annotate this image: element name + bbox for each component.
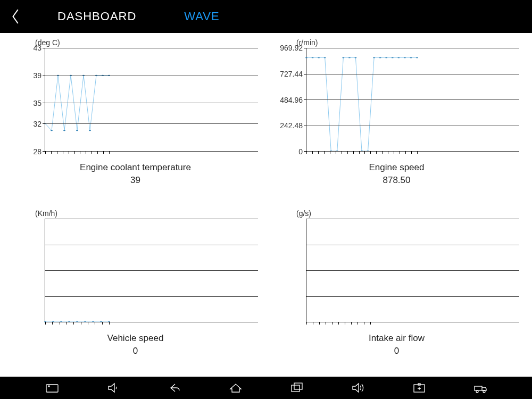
svg-rect-45: [475, 386, 482, 390]
back-icon[interactable]: [167, 380, 182, 395]
camera-icon[interactable]: [45, 380, 60, 395]
svg-rect-41: [292, 385, 300, 392]
svg-point-24: [385, 57, 387, 58]
chart-unit: (deg C): [35, 38, 258, 47]
charts-grid: (deg C) 2832353943 Engine coolant temper…: [0, 33, 532, 377]
svg-rect-39: [46, 385, 58, 392]
chart-title: Intake air flow: [274, 333, 519, 344]
chart-plot: [45, 219, 258, 322]
svg-point-5: [76, 130, 78, 131]
back-button[interactable]: [6, 7, 26, 26]
chart-intake-air: (g/s) Intake air flow 0: [274, 209, 519, 377]
chart-engine-speed: (r/min) 0242.48484.96727.44969.92 Engine…: [274, 38, 519, 206]
svg-point-14: [324, 57, 326, 58]
svg-point-47: [483, 390, 485, 393]
chart-title: Engine coolant temperature: [13, 162, 258, 173]
svg-point-26: [397, 57, 400, 58]
chart-plot: [306, 219, 519, 322]
tabs: DASHBOARD WAVE: [57, 10, 220, 23]
svg-rect-42: [294, 383, 302, 389]
chart-value: 39: [13, 175, 258, 186]
svg-point-13: [318, 57, 320, 58]
svg-point-12: [312, 57, 314, 58]
svg-point-3: [63, 130, 65, 131]
home-icon[interactable]: [228, 380, 243, 395]
vehicle-icon[interactable]: [473, 380, 488, 395]
chart-value: 878.50: [274, 175, 519, 186]
chart-value: 0: [13, 346, 258, 356]
tab-wave[interactable]: WAVE: [184, 10, 219, 23]
add-panel-icon[interactable]: [412, 380, 427, 395]
chart-plot: [306, 48, 519, 152]
y-axis-labels: 2832353943: [13, 48, 45, 152]
nav-bar: [0, 377, 532, 399]
chart-value: 0: [274, 346, 519, 356]
svg-point-23: [379, 57, 381, 58]
chart-unit: (g/s): [296, 209, 519, 218]
y-axis-labels: [13, 219, 45, 322]
recent-apps-icon[interactable]: [289, 380, 304, 395]
svg-point-29: [416, 57, 418, 58]
svg-point-17: [342, 57, 344, 58]
y-axis-labels: [274, 219, 306, 322]
svg-point-25: [392, 57, 394, 58]
chart-title: Vehicle speed: [13, 333, 258, 344]
svg-point-40: [48, 386, 49, 387]
chart-plot: [45, 48, 258, 152]
tab-dashboard[interactable]: DASHBOARD: [57, 10, 136, 23]
svg-point-27: [404, 57, 406, 58]
svg-point-19: [354, 57, 356, 58]
svg-point-28: [410, 57, 412, 58]
svg-point-7: [89, 130, 91, 131]
chart-coolant-temp: (deg C) 2832353943 Engine coolant temper…: [13, 38, 258, 206]
chart-vehicle-speed: (Km/h) Vehicle speed 0: [13, 209, 258, 377]
svg-point-11: [305, 57, 307, 58]
svg-point-22: [373, 57, 375, 58]
volume-down-icon[interactable]: [106, 380, 121, 395]
svg-point-1: [51, 130, 53, 131]
chart-unit: (Km/h): [35, 209, 258, 218]
chart-title: Engine speed: [274, 162, 519, 173]
svg-point-46: [476, 390, 478, 393]
top-bar: DASHBOARD WAVE: [0, 0, 532, 33]
y-axis-labels: 0242.48484.96727.44969.92: [274, 48, 306, 152]
chart-unit: (r/min): [296, 38, 519, 47]
volume-up-icon[interactable]: [351, 380, 365, 395]
svg-point-18: [348, 57, 351, 58]
